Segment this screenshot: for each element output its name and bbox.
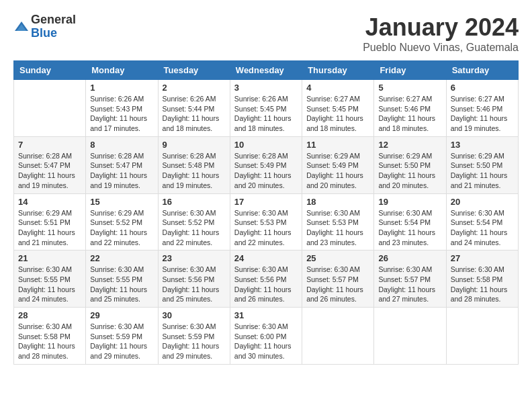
calendar-cell: 14Sunrise: 6:29 AMSunset: 5:51 PMDayligh… xyxy=(14,193,86,250)
day-info: Sunrise: 6:30 AMSunset: 5:53 PMDaylight:… xyxy=(234,208,298,248)
logo-blue: Blue xyxy=(31,27,76,40)
day-info: Sunrise: 6:30 AMSunset: 5:59 PMDaylight:… xyxy=(90,322,153,361)
calendar-cell: 30Sunrise: 6:30 AMSunset: 5:59 PMDayligh… xyxy=(158,308,230,365)
logo-text: General Blue xyxy=(31,13,76,40)
day-number: 8 xyxy=(90,140,153,150)
header-monday: Monday xyxy=(86,61,158,80)
day-info: Sunrise: 6:27 AMSunset: 5:46 PMDaylight:… xyxy=(378,94,441,134)
calendar-cell: 21Sunrise: 6:30 AMSunset: 5:55 PMDayligh… xyxy=(14,250,86,308)
day-info: Sunrise: 6:26 AMSunset: 5:45 PMDaylight:… xyxy=(234,94,298,134)
day-info: Sunrise: 6:27 AMSunset: 5:45 PMDaylight:… xyxy=(306,94,369,134)
calendar-cell: 13Sunrise: 6:29 AMSunset: 5:50 PMDayligh… xyxy=(446,136,518,193)
day-info: Sunrise: 6:29 AMSunset: 5:50 PMDaylight:… xyxy=(451,151,514,191)
calendar-cell: 10Sunrise: 6:28 AMSunset: 5:49 PMDayligh… xyxy=(230,136,302,193)
calendar-cell: 28Sunrise: 6:30 AMSunset: 5:58 PMDayligh… xyxy=(14,308,86,365)
day-info: Sunrise: 6:30 AMSunset: 5:58 PMDaylight:… xyxy=(18,322,81,361)
day-number: 31 xyxy=(234,310,298,320)
day-number: 19 xyxy=(378,197,441,207)
month-title: January 2024 xyxy=(363,13,519,42)
day-number: 14 xyxy=(18,197,81,207)
day-info: Sunrise: 6:30 AMSunset: 5:55 PMDaylight:… xyxy=(18,265,81,304)
day-info: Sunrise: 6:30 AMSunset: 5:56 PMDaylight:… xyxy=(163,265,226,304)
day-info: Sunrise: 6:29 AMSunset: 5:49 PMDaylight:… xyxy=(306,151,369,191)
calendar-cell: 3Sunrise: 6:26 AMSunset: 5:45 PMDaylight… xyxy=(230,80,302,137)
header-friday: Friday xyxy=(374,61,446,80)
day-number: 10 xyxy=(234,140,298,150)
day-info: Sunrise: 6:28 AMSunset: 5:49 PMDaylight:… xyxy=(234,151,298,191)
calendar-cell: 8Sunrise: 6:28 AMSunset: 5:47 PMDaylight… xyxy=(86,136,158,193)
calendar-cell: 20Sunrise: 6:30 AMSunset: 5:54 PMDayligh… xyxy=(446,193,518,250)
header-sunday: Sunday xyxy=(14,61,86,80)
calendar-cell: 31Sunrise: 6:30 AMSunset: 6:00 PMDayligh… xyxy=(230,308,302,365)
day-number: 9 xyxy=(163,140,226,150)
day-number: 6 xyxy=(451,83,514,93)
day-info: Sunrise: 6:29 AMSunset: 5:50 PMDaylight:… xyxy=(378,151,441,191)
day-info: Sunrise: 6:30 AMSunset: 5:56 PMDaylight:… xyxy=(234,265,298,304)
calendar-cell: 9Sunrise: 6:28 AMSunset: 5:48 PMDaylight… xyxy=(158,136,230,193)
calendar-cell: 5Sunrise: 6:27 AMSunset: 5:46 PMDaylight… xyxy=(374,80,446,137)
day-info: Sunrise: 6:30 AMSunset: 5:58 PMDaylight:… xyxy=(451,265,514,304)
calendar-cell xyxy=(302,308,374,365)
day-info: Sunrise: 6:29 AMSunset: 5:52 PMDaylight:… xyxy=(90,208,153,248)
calendar-week-row: 28Sunrise: 6:30 AMSunset: 5:58 PMDayligh… xyxy=(14,308,519,365)
day-info: Sunrise: 6:30 AMSunset: 5:53 PMDaylight:… xyxy=(306,208,369,248)
page-header: General Blue January 2024 Pueblo Nuevo V… xyxy=(13,13,519,54)
day-info: Sunrise: 6:27 AMSunset: 5:46 PMDaylight:… xyxy=(451,94,514,134)
calendar-cell: 1Sunrise: 6:26 AMSunset: 5:43 PMDaylight… xyxy=(86,80,158,137)
header-wednesday: Wednesday xyxy=(230,61,302,80)
day-number: 5 xyxy=(378,83,441,93)
calendar-cell: 23Sunrise: 6:30 AMSunset: 5:56 PMDayligh… xyxy=(158,250,230,308)
calendar-cell: 6Sunrise: 6:27 AMSunset: 5:46 PMDaylight… xyxy=(446,80,518,137)
calendar-week-row: 14Sunrise: 6:29 AMSunset: 5:51 PMDayligh… xyxy=(14,193,519,250)
day-number: 18 xyxy=(306,197,369,207)
day-number: 30 xyxy=(163,310,226,320)
calendar-week-row: 1Sunrise: 6:26 AMSunset: 5:43 PMDaylight… xyxy=(14,80,519,137)
day-number: 7 xyxy=(18,140,81,150)
day-info: Sunrise: 6:26 AMSunset: 5:44 PMDaylight:… xyxy=(163,94,226,134)
day-number: 2 xyxy=(163,83,226,93)
title-section: January 2024 Pueblo Nuevo Vinas, Guatema… xyxy=(363,13,519,54)
day-number: 22 xyxy=(90,253,153,263)
calendar-cell: 4Sunrise: 6:27 AMSunset: 5:45 PMDaylight… xyxy=(302,80,374,137)
day-number: 27 xyxy=(451,253,514,263)
day-info: Sunrise: 6:30 AMSunset: 5:57 PMDaylight:… xyxy=(306,265,369,304)
day-number: 26 xyxy=(378,253,441,263)
day-number: 11 xyxy=(306,140,369,150)
calendar-cell: 26Sunrise: 6:30 AMSunset: 5:57 PMDayligh… xyxy=(374,250,446,308)
day-number: 1 xyxy=(90,83,153,93)
calendar-cell: 15Sunrise: 6:29 AMSunset: 5:52 PMDayligh… xyxy=(86,193,158,250)
day-number: 17 xyxy=(234,197,298,207)
day-info: Sunrise: 6:30 AMSunset: 6:00 PMDaylight:… xyxy=(234,322,298,361)
day-info: Sunrise: 6:28 AMSunset: 5:48 PMDaylight:… xyxy=(163,151,226,191)
day-info: Sunrise: 6:28 AMSunset: 5:47 PMDaylight:… xyxy=(90,151,153,191)
day-number: 23 xyxy=(163,253,226,263)
logo: General Blue xyxy=(13,13,76,40)
calendar-cell: 24Sunrise: 6:30 AMSunset: 5:56 PMDayligh… xyxy=(230,250,302,308)
day-number: 16 xyxy=(163,197,226,207)
calendar-cell: 2Sunrise: 6:26 AMSunset: 5:44 PMDaylight… xyxy=(158,80,230,137)
day-info: Sunrise: 6:30 AMSunset: 5:54 PMDaylight:… xyxy=(378,208,441,248)
calendar-cell xyxy=(14,80,86,137)
day-info: Sunrise: 6:29 AMSunset: 5:51 PMDaylight:… xyxy=(18,208,81,248)
header-tuesday: Tuesday xyxy=(158,61,230,80)
day-info: Sunrise: 6:26 AMSunset: 5:43 PMDaylight:… xyxy=(90,94,153,134)
calendar-cell: 11Sunrise: 6:29 AMSunset: 5:49 PMDayligh… xyxy=(302,136,374,193)
day-info: Sunrise: 6:28 AMSunset: 5:47 PMDaylight:… xyxy=(18,151,81,191)
day-number: 3 xyxy=(234,83,298,93)
calendar-cell: 27Sunrise: 6:30 AMSunset: 5:58 PMDayligh… xyxy=(446,250,518,308)
day-info: Sunrise: 6:30 AMSunset: 5:55 PMDaylight:… xyxy=(90,265,153,304)
day-number: 20 xyxy=(451,197,514,207)
header-saturday: Saturday xyxy=(446,61,518,80)
calendar-cell: 17Sunrise: 6:30 AMSunset: 5:53 PMDayligh… xyxy=(230,193,302,250)
location-subtitle: Pueblo Nuevo Vinas, Guatemala xyxy=(363,42,519,54)
calendar-week-row: 7Sunrise: 6:28 AMSunset: 5:47 PMDaylight… xyxy=(14,136,519,193)
calendar-cell xyxy=(446,308,518,365)
day-info: Sunrise: 6:30 AMSunset: 5:59 PMDaylight:… xyxy=(163,322,226,361)
calendar-week-row: 21Sunrise: 6:30 AMSunset: 5:55 PMDayligh… xyxy=(14,250,519,308)
header-thursday: Thursday xyxy=(302,61,374,80)
day-number: 4 xyxy=(306,83,369,93)
logo-icon xyxy=(13,19,30,35)
day-number: 29 xyxy=(90,310,153,320)
calendar-header-row: SundayMondayTuesdayWednesdayThursdayFrid… xyxy=(14,61,519,80)
day-number: 15 xyxy=(90,197,153,207)
